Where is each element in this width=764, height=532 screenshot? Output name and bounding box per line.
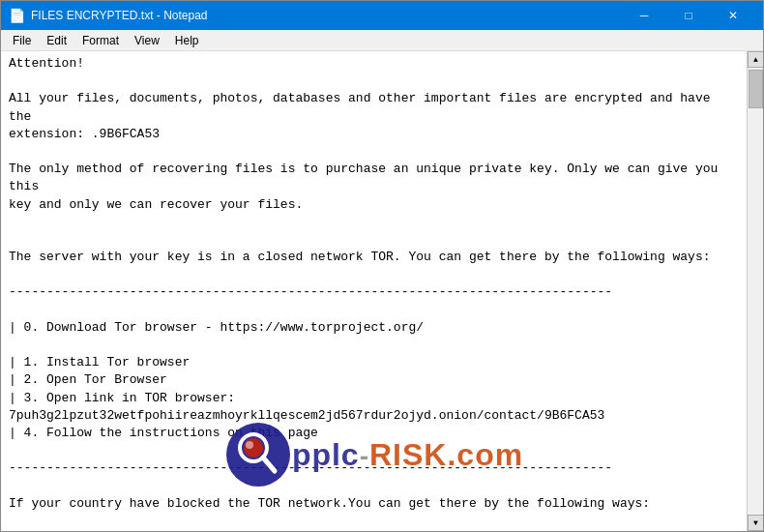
- menu-bar: File Edit Format View Help: [1, 30, 763, 51]
- text-content[interactable]: Attention! All your files, documents, ph…: [1, 51, 747, 531]
- scrollbar-track[interactable]: [748, 68, 763, 515]
- menu-file[interactable]: File: [5, 32, 39, 49]
- menu-format[interactable]: Format: [74, 32, 127, 49]
- scrollbar[interactable]: ▲ ▼: [747, 51, 763, 531]
- menu-help[interactable]: Help: [167, 32, 207, 49]
- menu-edit[interactable]: Edit: [39, 32, 74, 49]
- window-controls: ─ □ ✕: [622, 1, 755, 30]
- window-title: FILES ENCRYPTED.txt - Notepad: [31, 9, 622, 22]
- title-bar: 📄 FILES ENCRYPTED.txt - Notepad ─ □ ✕: [1, 1, 763, 30]
- notepad-icon: 📄: [9, 8, 25, 24]
- menu-view[interactable]: View: [127, 32, 167, 49]
- scrollbar-thumb[interactable]: [749, 70, 763, 108]
- scroll-up-button[interactable]: ▲: [748, 51, 763, 68]
- scroll-down-button[interactable]: ▼: [748, 515, 763, 531]
- minimize-button[interactable]: ─: [622, 1, 666, 30]
- maximize-button[interactable]: □: [666, 1, 711, 30]
- notepad-window: 📄 FILES ENCRYPTED.txt - Notepad ─ □ ✕ Fi…: [0, 0, 764, 532]
- content-area: Attention! All your files, documents, ph…: [1, 51, 763, 531]
- close-button[interactable]: ✕: [711, 1, 755, 30]
